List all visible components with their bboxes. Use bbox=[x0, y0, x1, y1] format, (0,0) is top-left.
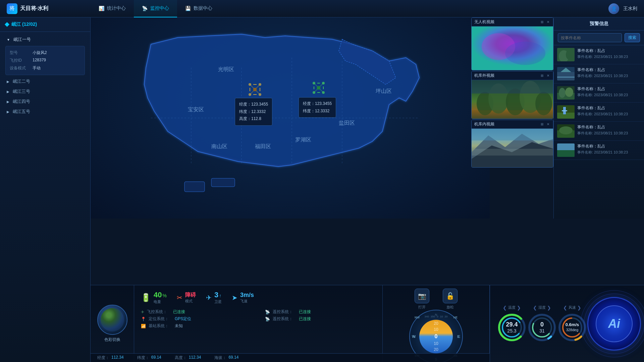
base-station-icon: 📶 bbox=[141, 324, 146, 328]
alert-name: 事件名称：乱占 bbox=[577, 67, 641, 73]
svg-rect-22 bbox=[253, 88, 257, 91]
open-button[interactable]: 📷 打开 bbox=[415, 289, 429, 310]
alert-time: 事件名称: 2023/08/21 10:38:23 bbox=[577, 93, 641, 98]
svg-point-20 bbox=[249, 93, 251, 96]
hangar-outside-close[interactable]: ✕ bbox=[546, 73, 550, 78]
satellite-unit: ↑ bbox=[219, 293, 221, 298]
wind-right-arrow[interactable]: ❯ bbox=[577, 305, 581, 310]
type-label: 型号 bbox=[10, 50, 30, 56]
map-svg: 光明区 宝安区 南山区 福田区 罗湖区 盐田区 坪山区 bbox=[91, 17, 490, 219]
alert-search-input[interactable] bbox=[558, 33, 622, 42]
map-container[interactable]: 光明区 宝安区 南山区 福田区 罗湖区 盐田区 坪山区 bbox=[91, 17, 490, 219]
alert-item[interactable]: 事件名称：乱占 事件名称: 2023/08/21 10:38:23 bbox=[554, 141, 644, 160]
alert-thumb bbox=[557, 86, 575, 100]
stats-label: 统计中心 bbox=[107, 5, 126, 11]
svg-point-19 bbox=[259, 83, 261, 86]
coord-lat-value: 69.14 bbox=[151, 355, 161, 361]
svg-text:光明区: 光明区 bbox=[218, 66, 234, 72]
expand-arrow-4: ▶ bbox=[7, 100, 9, 104]
svg-point-42 bbox=[505, 42, 545, 65]
compass-nw: NW bbox=[415, 316, 420, 319]
drone-group-3[interactable]: ▶ 岷江三号 bbox=[0, 86, 90, 97]
alert-search-button[interactable]: 搜索 bbox=[625, 33, 640, 42]
svg-rect-5 bbox=[184, 182, 205, 192]
wind-left-arrow[interactable]: ❮ bbox=[563, 305, 567, 310]
gps-label: 定位系统： bbox=[149, 316, 172, 322]
remote-ctrl-icon-2: 📡 bbox=[265, 317, 270, 321]
drone-video-close[interactable]: ✕ bbox=[546, 20, 550, 24]
drone-group-4[interactable]: ▶ 岷江四号 bbox=[0, 97, 90, 107]
svg-rect-70 bbox=[562, 110, 567, 111]
bottom-panel: 色彩切换 🔋 40 % 电量 ✂ 障碍 模式 bbox=[91, 285, 490, 362]
temp-left-arrow[interactable]: ❮ bbox=[503, 305, 507, 310]
battery-status: 🔋 40 % 电量 bbox=[141, 291, 167, 304]
wind-text: 0.6m/s 328deg bbox=[566, 322, 579, 333]
alert-info: 事件名称：乱占 事件名称: 2023/08/21 10:38:23 bbox=[577, 86, 641, 100]
alert-thumb bbox=[557, 143, 575, 157]
hangar-outside-expand[interactable]: ⊞ bbox=[540, 73, 544, 78]
location-title: 岷江 (12/02) bbox=[0, 17, 90, 32]
satellite-label: 卫星 bbox=[214, 300, 222, 304]
temperature-gauge: ❮ 温度 ❯ 29.4 25.3 bbox=[497, 305, 527, 343]
alert-info: 事件名称：乱占 事件名称: 2023/08/21 10:38:23 bbox=[577, 143, 641, 157]
logo-section: 将 天目将·水利 bbox=[0, 3, 91, 14]
svg-rect-35 bbox=[317, 86, 320, 89]
drone-group-2[interactable]: ▶ 岷江二号 bbox=[0, 76, 90, 86]
alert-item[interactable]: 事件名称：乱占 事件名称: 2023/08/21 10:38:23 bbox=[554, 103, 644, 122]
svg-text:南山区: 南山区 bbox=[211, 143, 227, 149]
temp-right-arrow[interactable]: ❯ bbox=[517, 305, 521, 310]
video-panels-container: 无人机视频 ⊞ ✕ bbox=[471, 17, 553, 168]
humidity-left-arrow[interactable]: ❮ bbox=[533, 305, 537, 310]
hangar-inside-placeholder bbox=[472, 129, 553, 167]
alert-item[interactable]: 事件名称：乱占 事件名称: 2023/08/21 10:38:23 bbox=[554, 45, 644, 64]
mode-row: 设备模式 手动 bbox=[10, 64, 80, 72]
drone-video-expand[interactable]: ⊞ bbox=[540, 20, 544, 24]
alert-thumb bbox=[557, 67, 575, 80]
coords-bar: 经度： 112.34 纬度： 69.14 高度： 112.34 海拔： 69.1… bbox=[91, 353, 490, 362]
release-button[interactable]: 🔓 放松 bbox=[443, 289, 458, 310]
battery-icon: 🔋 bbox=[141, 293, 151, 302]
humidity-gauge: ❮ 湿度 ❯ 0 31 bbox=[527, 305, 557, 343]
drone-1-info: 型号 小旋风2 飞控ID 128379 设备模式 手动 bbox=[5, 46, 85, 75]
alert-name: 事件名称：乱占 bbox=[577, 48, 641, 54]
coord-lng-label: 经度： bbox=[97, 355, 109, 361]
svg-rect-6 bbox=[211, 178, 235, 187]
alert-info: 事件名称：乱占 事件名称: 2023/08/21 10:38:23 bbox=[577, 48, 641, 61]
speed-label: 飞速 bbox=[240, 299, 248, 303]
hangar-outside-controls: ⊞ ✕ bbox=[540, 73, 550, 78]
alert-search-bar: 搜索 bbox=[554, 31, 644, 45]
location-label: 岷江 (12/02) bbox=[11, 21, 37, 27]
humidity-right-arrow[interactable]: ❯ bbox=[547, 305, 551, 310]
humidity-sub-value: 31 bbox=[539, 328, 545, 334]
alert-time: 事件名称: 2023/08/21 10:38:23 bbox=[577, 131, 641, 136]
nav-stats[interactable]: 📊 统计中心 bbox=[91, 0, 134, 17]
hangar-inside-expand[interactable]: ⊞ bbox=[540, 122, 544, 127]
hangar-inside-close[interactable]: ✕ bbox=[546, 122, 550, 127]
ai-button[interactable]: Ai bbox=[587, 297, 641, 351]
alert-item[interactable]: 事件名称：乱占 事件名称: 2023/08/21 10:38:23 bbox=[554, 64, 644, 83]
remote-ctrl-value-2: 已连接 bbox=[299, 316, 311, 322]
remote-ctrl-row-2: 📡 遥控系统： 已连接 bbox=[265, 316, 376, 322]
svg-text:宝安区: 宝安区 bbox=[188, 107, 204, 112]
alert-name: 事件名称：乱占 bbox=[577, 105, 641, 111]
base-station-value: 未知 bbox=[175, 323, 183, 329]
drone-group-1[interactable]: ▼ 岷江一号 bbox=[0, 35, 90, 45]
alert-item[interactable]: 事件名称：乱占 事件名称: 2023/08/21 10:38:23 bbox=[554, 83, 644, 103]
alert-time: 事件名称: 2023/08/21 10:38:23 bbox=[577, 150, 641, 155]
svg-point-33 bbox=[313, 91, 315, 94]
ai-ring-2 bbox=[581, 290, 644, 357]
map-area: 光明区 宝安区 南山区 福田区 罗湖区 盐田区 坪山区 bbox=[91, 17, 490, 219]
data-icon: 💾 bbox=[185, 6, 191, 11]
nav-monitor[interactable]: 📡 监控中心 bbox=[134, 0, 177, 17]
alert-item[interactable]: 事件名称：乱占 事件名称: 2023/08/21 10:38:23 bbox=[554, 122, 644, 141]
nav-data[interactable]: 💾 数据中心 bbox=[177, 0, 220, 17]
alert-time: 事件名称: 2023/08/21 10:38:23 bbox=[577, 73, 641, 78]
humidity-text: 0 31 bbox=[539, 321, 545, 334]
release-label: 放松 bbox=[446, 305, 454, 310]
globe-icon[interactable] bbox=[97, 305, 127, 335]
drone-group-5[interactable]: ▶ 岷江五号 bbox=[0, 107, 90, 117]
expand-arrow-5: ▶ bbox=[7, 110, 9, 114]
flight-ctrl-value: 已连接 bbox=[173, 309, 185, 315]
globe-label: 色彩切换 bbox=[104, 337, 120, 343]
alert-name: 事件名称：乱占 bbox=[577, 124, 641, 130]
